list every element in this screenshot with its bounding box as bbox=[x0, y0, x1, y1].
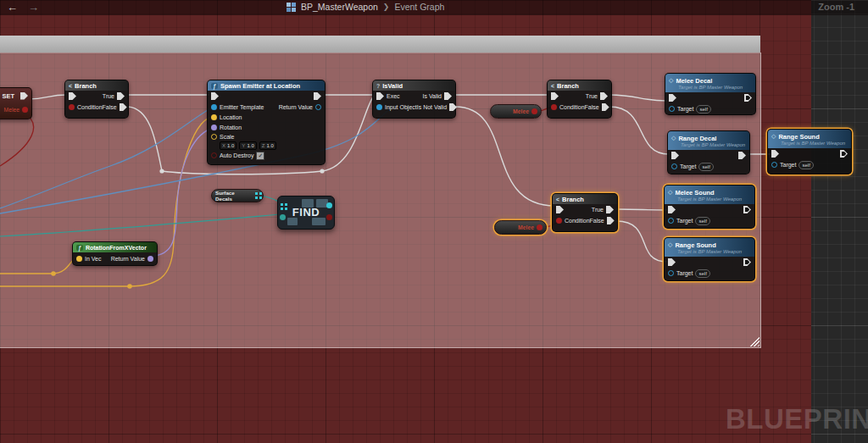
false-exec-pin[interactable] bbox=[120, 103, 127, 111]
auto-destroy-label: Auto Destroy bbox=[220, 152, 253, 158]
target-pin[interactable] bbox=[671, 163, 677, 169]
exec-in-pin[interactable] bbox=[211, 92, 219, 100]
node-subtitle: Target is BP Master Weapon bbox=[669, 85, 752, 90]
return-value-label: Return Value bbox=[279, 104, 313, 110]
self-default: self bbox=[696, 105, 710, 114]
scale-label: Scale bbox=[220, 134, 235, 140]
exec-in-pin[interactable] bbox=[771, 150, 779, 158]
node-branch-3[interactable]: < Branch True Condition False bbox=[552, 193, 618, 232]
false-exec-pin[interactable] bbox=[602, 103, 609, 111]
function-icon: ƒ bbox=[76, 245, 83, 251]
condition-pin[interactable] bbox=[551, 104, 557, 110]
bool-out-pin[interactable] bbox=[22, 107, 28, 113]
target-pin[interactable] bbox=[668, 270, 674, 276]
comment-resize-handle[interactable] bbox=[749, 336, 760, 346]
exec-in-pin[interactable] bbox=[669, 94, 676, 102]
array-out-pin[interactable] bbox=[255, 192, 258, 195]
return-value-pin[interactable] bbox=[147, 256, 153, 262]
condition-label: Condition bbox=[559, 104, 585, 110]
exec-out-pin[interactable] bbox=[20, 92, 28, 100]
input-object-pin[interactable] bbox=[376, 104, 382, 110]
is-not-valid-exec-pin[interactable] bbox=[449, 103, 457, 111]
condition-pin[interactable] bbox=[69, 104, 75, 110]
auto-destroy-checkbox[interactable]: ✓ bbox=[256, 152, 264, 160]
emitter-template-pin[interactable] bbox=[211, 104, 217, 110]
bool-out-pin[interactable] bbox=[537, 224, 542, 230]
node-branch-1[interactable]: < Branch True Condition False bbox=[64, 80, 129, 119]
target-label: Target bbox=[677, 106, 693, 112]
condition-label: Condition bbox=[77, 104, 103, 110]
target-label: Target bbox=[676, 270, 693, 276]
exec-out-pin[interactable] bbox=[738, 152, 746, 159]
exec-in-pin[interactable] bbox=[376, 92, 384, 100]
breadcrumb-graph-name[interactable]: Event Graph bbox=[394, 2, 444, 12]
scale-pin[interactable] bbox=[211, 134, 217, 140]
in-vec-pin[interactable] bbox=[76, 256, 82, 262]
node-range-decal[interactable]: ◇Range Decal Target is BP Master Weapon … bbox=[667, 130, 750, 174]
target-pin[interactable] bbox=[668, 218, 674, 224]
exec-out-pin[interactable] bbox=[743, 206, 751, 213]
exec-in-pin[interactable] bbox=[556, 206, 564, 213]
get-melee-pill-1[interactable]: Melee bbox=[490, 104, 542, 119]
node-title: RotationFromXVector bbox=[86, 245, 147, 251]
nav-forward-icon[interactable]: → bbox=[28, 1, 39, 14]
node-melee-sound[interactable]: ◇Melee Sound Target is BP Master Weapon … bbox=[664, 185, 755, 229]
return-value-label: Return Value bbox=[111, 256, 145, 262]
question-icon: ? bbox=[376, 83, 380, 89]
exec-in-pin[interactable] bbox=[671, 152, 679, 159]
blueprint-icon bbox=[287, 3, 296, 12]
is-valid-exec-pin[interactable] bbox=[444, 92, 452, 100]
array-in-pin[interactable] bbox=[281, 203, 283, 206]
branch-icon: < bbox=[551, 83, 554, 89]
node-melee-decal[interactable]: ◇Melee Decal Target is BP Master Weapon … bbox=[665, 73, 756, 115]
return-value-pin[interactable] bbox=[315, 104, 321, 110]
exec-in-pin[interactable] bbox=[668, 206, 676, 213]
branch-title: Branch bbox=[562, 196, 584, 203]
node-isvalid[interactable]: ? IsValid Exec Is Valid Input Object Is … bbox=[372, 80, 456, 119]
bool-out-pin[interactable] bbox=[531, 108, 537, 114]
breadcrumb-blueprint-name[interactable]: BP_MasterWeapon bbox=[301, 2, 378, 12]
node-title: Range Sound bbox=[778, 133, 819, 141]
scale-x-field[interactable]: X 1.0 bbox=[220, 141, 236, 150]
exec-in-pin[interactable] bbox=[69, 92, 76, 100]
auto-destroy-pin[interactable] bbox=[211, 152, 217, 158]
exec-out-pin[interactable] bbox=[840, 150, 848, 158]
node-branch-2[interactable]: < Branch True Condition False bbox=[547, 80, 612, 119]
node-range-sound-right[interactable]: ◇Range Sound Target is BP Master Weapon … bbox=[767, 129, 852, 174]
true-exec-pin[interactable] bbox=[117, 92, 125, 100]
exec-out-pin[interactable] bbox=[744, 94, 752, 102]
breadcrumb: BP_MasterWeapon ❯ Event Graph bbox=[287, 2, 444, 12]
scale-y-field[interactable]: Y 1.0 bbox=[239, 141, 256, 150]
nav-back-icon[interactable]: ← bbox=[7, 1, 18, 14]
rotation-pin[interactable] bbox=[211, 125, 217, 130]
target-pin[interactable] bbox=[771, 162, 777, 168]
node-rotation-from-x-vector[interactable]: ƒ RotationFromXVector In Vec Return Valu… bbox=[72, 241, 158, 266]
item-in-pin[interactable] bbox=[280, 214, 286, 220]
comment-header[interactable] bbox=[0, 36, 760, 53]
true-exec-pin[interactable] bbox=[600, 92, 608, 100]
node-title: Range Decal bbox=[678, 135, 716, 142]
node-subtitle: Target is BP Master Weapon bbox=[668, 249, 751, 254]
get-melee-pill-2[interactable]: Melee bbox=[494, 220, 547, 235]
found-out-pin[interactable] bbox=[326, 214, 332, 220]
location-pin[interactable] bbox=[211, 114, 217, 120]
scale-z-field[interactable]: Z 1.0 bbox=[259, 141, 276, 150]
false-exec-pin[interactable] bbox=[607, 217, 615, 224]
exec-out-pin[interactable] bbox=[314, 92, 321, 100]
target-pin[interactable] bbox=[669, 106, 675, 112]
exec-in-pin[interactable] bbox=[551, 92, 559, 100]
true-exec-pin[interactable] bbox=[606, 206, 614, 213]
index-out-pin[interactable] bbox=[326, 202, 332, 208]
node-spawn-emitter-at-location[interactable]: ƒ Spawn Emitter at Location Emitter Temp… bbox=[207, 80, 326, 165]
node-array-find[interactable]: FIND bbox=[277, 196, 335, 230]
node-set-melee[interactable]: SET Melee bbox=[0, 87, 32, 119]
branch-icon: < bbox=[556, 197, 559, 202]
graph-top-bar: ← → BP_MasterWeapon ❯ Event Graph bbox=[0, 0, 868, 15]
exec-in-pin[interactable] bbox=[668, 258, 676, 266]
graph-canvas[interactable]: BLUEPRINT bbox=[0, 0, 868, 443]
condition-pin[interactable] bbox=[556, 218, 562, 224]
get-surface-decals-pill[interactable]: Surface Decals bbox=[211, 189, 264, 202]
node-range-sound-lower[interactable]: ◇Range Sound Target is BP Master Weapon … bbox=[664, 237, 755, 281]
condition-label: Condition bbox=[565, 218, 590, 224]
exec-out-pin[interactable] bbox=[743, 258, 751, 266]
